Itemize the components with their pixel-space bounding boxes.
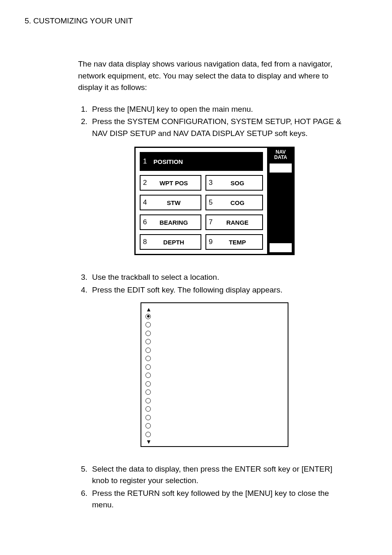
option-row[interactable]: [145, 388, 284, 397]
cell-number: 8: [143, 238, 147, 246]
radio-icon: [145, 356, 151, 361]
cell-number: 6: [143, 218, 147, 226]
cell-number: 3: [209, 179, 212, 187]
cell-label: BEARING: [149, 219, 198, 226]
nav-data-softkey-label: NAVDATA: [270, 150, 292, 160]
softkey-top[interactable]: [270, 164, 292, 173]
intro-text: The nav data display shows various navig…: [78, 58, 351, 94]
option-row[interactable]: [145, 321, 284, 329]
cell-number: 9: [209, 238, 212, 246]
steps-list-2: Use the trackball to select a location. …: [78, 272, 351, 296]
cell-label: POSITION: [153, 158, 183, 165]
option-row[interactable]: [145, 430, 284, 439]
step-item: Press the SYSTEM CONFIGURATION, SYSTEM S…: [90, 116, 351, 139]
step-item: Use the trackball to select a location.: [90, 272, 351, 283]
cell-label: DEPTH: [149, 239, 198, 246]
data-options-box: ▲ ▼: [141, 302, 288, 447]
scroll-up-arrow-icon[interactable]: ▲: [146, 306, 284, 312]
page-header: 5. CUSTOMIZING YOUR UNIT: [25, 16, 367, 25]
step-item: Press the [MENU] key to open the main me…: [90, 104, 351, 115]
cell-2-wpt-pos[interactable]: 2 WPT POS: [140, 175, 201, 191]
cell-label: WPT POS: [149, 180, 198, 187]
option-row[interactable]: [145, 355, 284, 363]
main-content: The nav data display shows various navig…: [78, 58, 351, 511]
cell-8-depth[interactable]: 8 DEPTH: [140, 234, 201, 250]
step-item: Select the data to display, then press t…: [90, 463, 351, 487]
panel-soft-keys: NAVDATA: [268, 148, 293, 254]
softkey-bottom[interactable]: [270, 243, 292, 252]
cell-number: 5: [209, 198, 212, 207]
cell-7-range[interactable]: 7 RANGE: [205, 214, 263, 230]
option-row[interactable]: [145, 396, 284, 405]
radio-icon: [145, 322, 151, 327]
radio-icon: [145, 331, 151, 336]
cell-3-sog[interactable]: 3 SOG: [205, 175, 263, 191]
option-row[interactable]: [145, 380, 284, 388]
radio-icon: [145, 381, 151, 387]
scroll-down-arrow-icon[interactable]: ▼: [146, 439, 284, 444]
radio-icon: [145, 364, 151, 370]
option-row[interactable]: [145, 346, 284, 355]
radio-icon: [145, 432, 151, 437]
option-row[interactable]: [145, 338, 284, 346]
radio-icon: [145, 389, 151, 395]
panel-cells-area: 1 POSITION 2 WPT POS 3 SOG 4: [136, 148, 268, 254]
cell-label: SOG: [215, 180, 260, 187]
option-row[interactable]: [145, 363, 284, 371]
radio-icon: [145, 415, 151, 420]
cell-6-bearing[interactable]: 6 BEARING: [140, 214, 201, 230]
cell-number: 1: [143, 157, 147, 166]
radio-icon: [145, 339, 151, 344]
cell-9-temp[interactable]: 9 TEMP: [205, 234, 263, 250]
cell-label: TEMP: [215, 239, 260, 246]
cell-label: RANGE: [215, 219, 260, 226]
radio-icon: [145, 423, 151, 428]
option-row[interactable]: [145, 405, 284, 414]
steps-list-3: Select the data to display, then press t…: [78, 463, 351, 511]
cell-label: COG: [215, 199, 260, 206]
cell-5-cog[interactable]: 5 COG: [205, 195, 263, 210]
step-item: Press the RETURN soft key followed by th…: [90, 488, 351, 511]
option-row[interactable]: [145, 312, 284, 321]
nav-data-setup-panel: 1 POSITION 2 WPT POS 3 SOG 4: [134, 147, 295, 255]
cell-label: STW: [149, 199, 198, 206]
option-row[interactable]: [145, 329, 284, 338]
step-item: Press the EDIT soft key. The following d…: [90, 284, 351, 296]
option-row[interactable]: [145, 422, 284, 431]
cell-1-position[interactable]: 1 POSITION: [140, 152, 263, 171]
radio-icon: [145, 348, 151, 353]
radio-icon: [145, 406, 151, 412]
option-row[interactable]: [145, 413, 284, 422]
radio-icon: [145, 373, 151, 378]
steps-list-1: Press the [MENU] key to open the main me…: [78, 104, 351, 140]
option-row[interactable]: [145, 371, 284, 380]
radio-icon: [145, 314, 151, 319]
radio-icon: [145, 398, 151, 403]
cell-4-stw[interactable]: 4 STW: [140, 195, 201, 210]
cell-number: 2: [143, 179, 147, 187]
cell-number: 7: [209, 218, 212, 226]
cell-number: 4: [143, 198, 147, 207]
